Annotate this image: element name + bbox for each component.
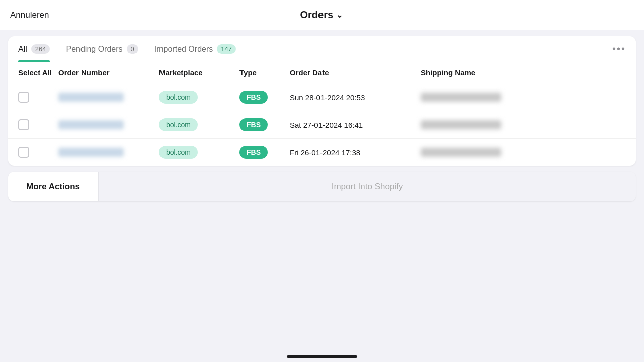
col-shipping-name: Shipping Name (421, 68, 626, 77)
cancel-button[interactable]: Annuleren (10, 10, 49, 20)
order-number-3 (58, 148, 159, 157)
tab-imported-label: Imported Orders (154, 45, 213, 54)
shipping-name-3 (421, 148, 626, 157)
table-header: Select All Order Number Marketplace Type… (8, 62, 636, 83)
tab-all-label: All (18, 45, 27, 54)
shipping-name-1 (421, 93, 626, 102)
col-select-all[interactable]: Select All (18, 68, 58, 77)
orders-card: All 264 Pending Orders 0 Imported Orders… (8, 36, 636, 166)
col-order-date: Order Date (290, 68, 421, 77)
tabs-more-icon[interactable]: ••• (612, 43, 626, 55)
marketplace-1: bol.com (159, 90, 239, 104)
order-date-3: Fri 26-01-2024 17:38 (290, 148, 421, 157)
home-indicator (287, 355, 357, 358)
tabs-bar: All 264 Pending Orders 0 Imported Orders… (8, 36, 636, 62)
checkbox-1[interactable] (18, 92, 58, 103)
col-type: Type (239, 68, 290, 77)
order-number-1 (58, 93, 159, 102)
title-chevron-icon[interactable]: ⌄ (336, 10, 343, 20)
col-marketplace: Marketplace (159, 68, 239, 77)
type-1: FBS (239, 90, 290, 104)
order-number-2 (58, 120, 159, 129)
tab-imported[interactable]: Imported Orders 147 (154, 36, 236, 62)
order-date-2: Sat 27-01-2024 16:41 (290, 121, 421, 129)
col-order-number: Order Number (58, 68, 159, 77)
top-nav: Annuleren Orders ⌄ (0, 0, 644, 30)
shipping-name-2 (421, 120, 626, 129)
marketplace-2: bol.com (159, 118, 239, 131)
table-row: bol.com FBS Sat 27-01-2024 16:41 (8, 111, 636, 139)
tab-all[interactable]: All 264 (18, 36, 50, 62)
checkbox-3[interactable] (18, 147, 58, 158)
import-shopify-button: Import Into Shopify (99, 172, 636, 201)
bottom-actions: More Actions Import Into Shopify (8, 172, 636, 201)
main-content: All 264 Pending Orders 0 Imported Orders… (0, 30, 644, 362)
tab-pending[interactable]: Pending Orders 0 (66, 36, 138, 62)
table-row: bol.com FBS Fri 26-01-2024 17:38 (8, 139, 636, 166)
type-2: FBS (239, 118, 290, 131)
table-row: bol.com FBS Sun 28-01-2024 20:53 (8, 83, 636, 111)
more-actions-button[interactable]: More Actions (8, 172, 99, 201)
tab-imported-badge: 147 (217, 44, 236, 54)
page-title: Orders ⌄ (300, 9, 343, 21)
order-date-1: Sun 28-01-2024 20:53 (290, 93, 421, 102)
tab-pending-label: Pending Orders (66, 45, 122, 54)
checkbox-2[interactable] (18, 119, 58, 130)
marketplace-3: bol.com (159, 146, 239, 159)
tab-all-badge: 264 (31, 44, 50, 54)
type-3: FBS (239, 146, 290, 159)
tab-pending-badge: 0 (127, 44, 138, 54)
